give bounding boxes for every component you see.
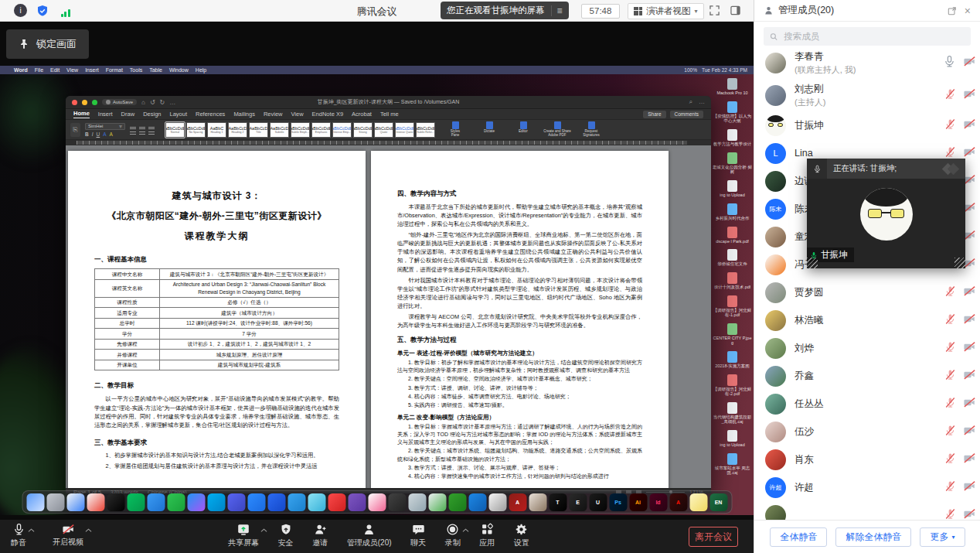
bold-button[interactable]: B xyxy=(85,131,89,137)
bullet-list-button[interactable] xyxy=(130,125,136,129)
shading-button[interactable] xyxy=(148,131,155,135)
dock-app-icon[interactable] xyxy=(66,493,84,511)
search-members-input[interactable] xyxy=(782,31,965,42)
member-mic-icon[interactable] xyxy=(944,341,956,356)
resize-handle[interactable] xyxy=(954,258,965,268)
style-swatch[interactable]: AaBbCHeading 1 xyxy=(207,122,226,138)
member-camera-icon[interactable] xyxy=(963,452,976,467)
desktop-file[interactable]: 教学方法与教学设计 xyxy=(713,129,753,146)
desktop-file[interactable]: 20218-实施方案图 xyxy=(713,351,753,368)
more-icon[interactable]: … xyxy=(169,99,175,106)
unmute-all-button[interactable]: 解除全体静音 xyxy=(835,527,911,547)
dock-app-icon[interactable]: Ps xyxy=(609,493,627,511)
member-mic-icon[interactable] xyxy=(944,285,956,300)
style-swatch[interactable]: AaBbCcDdEeNo Spacing xyxy=(186,122,206,138)
member-row[interactable]: 任丛丛 xyxy=(754,390,980,418)
redo-icon[interactable]: ↻ xyxy=(160,99,165,106)
share-button[interactable]: Share xyxy=(643,111,665,118)
member-row[interactable]: 林浩曦 xyxy=(754,306,980,334)
member-row[interactable]: 贾梦圆 xyxy=(754,278,980,306)
highlight-button[interactable]: A xyxy=(110,131,113,137)
dock-app-icon[interactable] xyxy=(147,493,165,511)
member-row[interactable] xyxy=(754,501,980,520)
ribbon-action-editor[interactable]: Editor xyxy=(508,121,539,138)
member-camera-icon[interactable] xyxy=(963,285,976,300)
member-row[interactable]: 许超许超 xyxy=(754,473,980,501)
member-row[interactable]: 刘烨 xyxy=(754,334,980,362)
member-mic-icon[interactable] xyxy=(944,118,956,133)
ribbon-tab-design[interactable]: Design xyxy=(143,111,161,118)
member-camera-icon[interactable] xyxy=(963,369,976,384)
member-row[interactable]: 乔鑫 xyxy=(754,362,980,390)
macos-menu-item[interactable]: Table xyxy=(149,67,162,73)
member-camera-icon[interactable] xyxy=(963,508,976,521)
chevron-up-icon[interactable] xyxy=(28,528,35,533)
macos-menu-item[interactable]: Tools xyxy=(130,67,142,73)
dock-app-icon[interactable] xyxy=(468,493,486,511)
member-mic-icon[interactable] xyxy=(944,397,956,411)
style-swatch[interactable]: AaBbCcDdEeNormal xyxy=(165,122,185,138)
chevron-up-icon[interactable] xyxy=(260,528,267,533)
desktop-file[interactable]: 城市车站水平 周志既.caj xyxy=(713,453,753,476)
member-row[interactable]: 肖东 xyxy=(754,445,980,473)
font-color-button[interactable]: A xyxy=(103,131,106,137)
ribbon-tab-endnote-x9[interactable]: EndNote X9 xyxy=(312,111,343,118)
macos-menu-item[interactable]: Window xyxy=(169,67,189,73)
style-swatch[interactable]: AaBbCcDdEeSubtle Emph... xyxy=(291,122,310,138)
dock-app-icon[interactable] xyxy=(328,493,345,511)
dock-app-icon[interactable]: U xyxy=(589,493,607,511)
watching-banner[interactable]: 您正在观看甘振坤的屏幕 ≡ xyxy=(441,2,569,19)
overflow-icon[interactable]: … xyxy=(699,98,705,106)
toolbar-shield-button[interactable]: 安全 xyxy=(278,523,294,548)
dock-app-icon[interactable] xyxy=(428,493,446,511)
member-camera-icon[interactable] xyxy=(963,313,976,328)
desktop-file[interactable]: 【疫情防控】以人为中心大纲 xyxy=(713,101,753,124)
ribbon-action-dictate[interactable]: Dictate xyxy=(474,121,505,138)
desktop-file[interactable]: ing to Upload xyxy=(713,430,753,447)
style-swatch[interactable]: AaBbCcDdEeStrong xyxy=(353,122,373,138)
dock-app-icon[interactable]: Id xyxy=(649,493,667,511)
ribbon-tab-draw[interactable]: Draw xyxy=(121,111,135,118)
chevron-up-icon[interactable] xyxy=(462,528,469,533)
dock-app-icon[interactable]: A xyxy=(669,493,687,511)
style-swatch[interactable]: AaBbCcDdEeQuote xyxy=(374,122,393,138)
macos-menu-item[interactable]: Edit xyxy=(50,67,60,73)
member-row[interactable]: 甘振坤 xyxy=(754,111,980,139)
side-panel-icon[interactable] xyxy=(729,4,742,17)
dock-app-icon[interactable] xyxy=(26,493,44,511)
toolbar-chat-button[interactable]: 聊天 xyxy=(410,523,426,548)
member-camera-icon[interactable] xyxy=(963,56,976,70)
ribbon-action-create-and-share[interactable]: Create and Share Adobe PDF xyxy=(542,121,573,138)
macos-menu-item[interactable]: Format xyxy=(106,67,123,73)
mute-all-button[interactable]: 全体静音 xyxy=(770,527,827,547)
toolbar-apps-button[interactable]: 应用 xyxy=(479,523,495,548)
dock-app-icon[interactable] xyxy=(308,493,325,511)
dock-app-icon[interactable] xyxy=(448,493,466,511)
dock-app-icon[interactable] xyxy=(46,493,64,511)
style-swatch[interactable]: AaBbCcDHeading 2 xyxy=(228,122,247,138)
desktop-file[interactable]: CENTER CITY P.jpeg xyxy=(713,323,753,346)
member-mic-icon[interactable] xyxy=(944,425,956,439)
member-mic-icon[interactable] xyxy=(944,88,956,103)
dock-app-icon[interactable]: E xyxy=(569,493,587,511)
member-mic-icon[interactable] xyxy=(944,313,956,328)
undo-icon[interactable]: ↺ xyxy=(150,99,155,106)
dock-app-icon[interactable] xyxy=(388,493,406,511)
macos-menu-item[interactable]: Word xyxy=(14,67,28,73)
style-swatch[interactable]: AaBbCcDTitle xyxy=(249,122,268,138)
font-select[interactable]: SimHei▾ xyxy=(85,123,125,130)
macos-menu-item[interactable]: View xyxy=(66,67,78,73)
align-center-button[interactable] xyxy=(139,131,145,135)
search-box[interactable] xyxy=(764,27,971,46)
dock-app-icon[interactable] xyxy=(127,493,145,511)
floating-speaker-video[interactable]: 正在讲话: 甘振坤; 甘振坤 xyxy=(807,159,965,268)
dock-app-icon[interactable] xyxy=(368,493,386,511)
view-mode-button[interactable]: 演讲者视图 ▾ xyxy=(628,3,704,19)
style-swatch[interactable]: AaBbCcDdEeEmphasis xyxy=(311,122,331,138)
style-swatch[interactable]: AaBbCcDdEeIntense Quote xyxy=(395,122,414,138)
dock-app-icon[interactable] xyxy=(288,493,305,511)
dock-app-icon[interactable]: EN xyxy=(709,493,727,511)
search-icon[interactable]: ⌕ xyxy=(689,98,692,106)
home-icon[interactable]: ⌂ xyxy=(141,99,145,106)
lock-view-button[interactable]: 锁定画面 xyxy=(6,29,89,59)
